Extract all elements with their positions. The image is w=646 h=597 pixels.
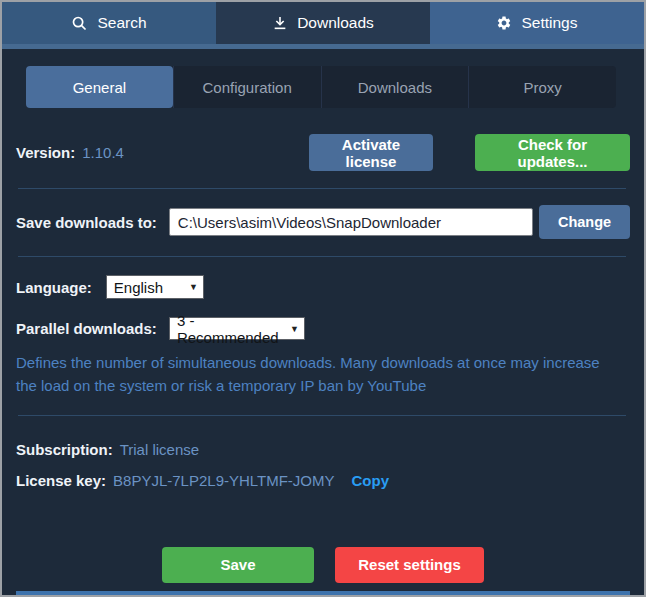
subtab-proxy[interactable]: Proxy [468,66,616,108]
bottom-accent-strip [16,591,630,595]
download-path-input[interactable] [169,208,533,236]
version-value: 1.10.4 [82,144,124,161]
parallel-downloads-select[interactable]: 3 - Recommended ▼ [169,317,305,340]
parallel-downloads-help-text: Defines the number of simultaneous downl… [16,351,630,398]
subscription-value: Trial license [120,441,199,458]
parallel-downloads-row: Parallel downloads: 3 - Recommended ▼ [16,317,630,340]
search-icon [71,15,88,32]
version-label: Version: [16,144,75,161]
reset-settings-button[interactable]: Reset settings [335,547,484,583]
parallel-downloads-label: Parallel downloads: [16,320,157,337]
settings-subtabs: General Configuration Downloads Proxy [26,66,616,108]
actions-row: Save Reset settings [16,547,630,583]
subscription-label: Subscription: [16,441,113,458]
license-key-row: License key: B8PYJL-7LP2L9-YHLTMF-JOMY C… [16,472,630,489]
version-row: Version: 1.10.4 Activate license Check f… [16,134,630,171]
nav-tab-settings[interactable]: Settings [430,2,644,44]
nav-tab-label: Search [97,14,146,32]
activate-license-button[interactable]: Activate license [309,134,433,171]
chevron-down-icon: ▼ [189,282,198,292]
settings-panel: General Configuration Downloads Proxy Ve… [2,49,644,595]
top-nav: Search Downloads Settings [2,2,644,44]
nav-tab-search[interactable]: Search [2,2,216,44]
save-button[interactable]: Save [162,547,314,583]
language-row: Language: English ▼ [16,275,630,299]
save-location-row: Save downloads to: Change [16,205,630,239]
language-selected-value: English [114,279,163,296]
chevron-down-icon: ▼ [290,324,299,334]
subtab-downloads[interactable]: Downloads [321,66,469,108]
change-path-button[interactable]: Change [539,205,630,239]
nav-tab-label: Settings [521,14,577,32]
subscription-row: Subscription: Trial license [16,441,630,458]
gear-icon [496,15,512,31]
divider [18,256,626,257]
check-updates-button[interactable]: Check for updates... [475,134,630,171]
nav-tab-label: Downloads [297,14,374,32]
language-label: Language: [16,279,92,296]
license-key-value: B8PYJL-7LP2L9-YHLTMF-JOMY [113,472,334,489]
nav-tab-downloads[interactable]: Downloads [216,2,430,44]
subtab-general[interactable]: General [26,66,173,108]
subtab-configuration[interactable]: Configuration [173,66,321,108]
save-to-label: Save downloads to: [16,214,157,231]
language-select[interactable]: English ▼ [106,275,204,299]
app-window: Search Downloads Settings Ge [0,0,646,597]
divider [18,415,626,416]
divider [18,188,626,189]
copy-license-link[interactable]: Copy [352,472,390,489]
parallel-selected-value: 3 - Recommended [177,312,282,346]
license-key-label: License key: [16,472,106,489]
download-icon [272,15,288,31]
